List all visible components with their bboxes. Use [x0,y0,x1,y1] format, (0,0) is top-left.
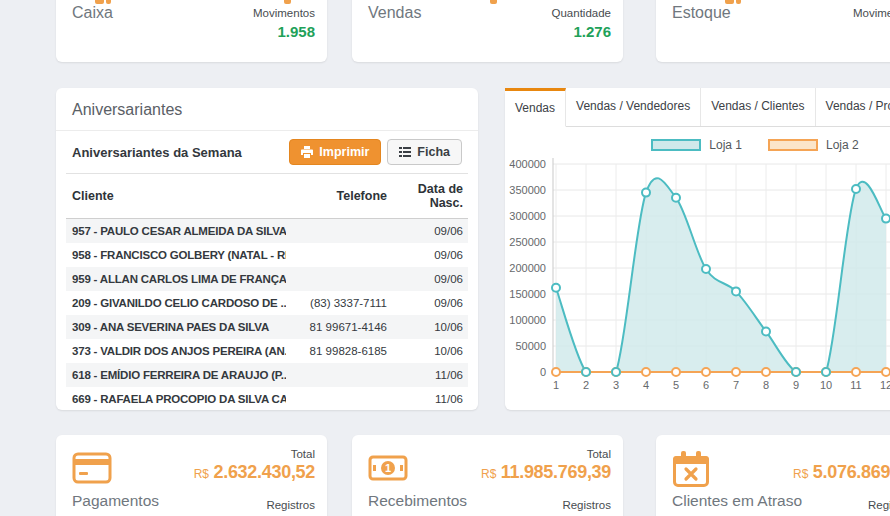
tab-vendas[interactable]: Vendas [505,88,566,127]
kpi-card-estoque: Estoque Movimentos [656,0,890,62]
cell-cliente: 309 - ANA SEVERINA PAES DA SILVA [66,315,286,339]
card-title: Estoque [672,4,731,22]
metric-label: Movimentos [853,7,890,19]
printer-icon [301,146,313,158]
value-fragment [106,0,111,4]
svg-text:4: 4 [643,379,649,391]
svg-text:5: 5 [673,379,679,391]
cell-nasc: 11/06 [387,363,468,387]
col-header-cliente: Cliente [66,174,286,219]
tab-vendas-vendedores[interactable]: Vendas / Vendedores [566,88,701,126]
cell-cliente: 618 - EMÍDIO FERREIRA DE ARAUJO (P... [66,363,286,387]
money-bill-icon: 1 [368,451,408,489]
cell-telefone [286,387,387,411]
svg-text:1: 1 [385,462,391,474]
sales-tabs: VendasVendas / VendedoresVendas / Client… [505,88,890,127]
cell-nasc: 11/06 [387,387,468,411]
cell-cliente: 669 - RAFAELA PROCOPIO DA SILVA CA... [66,387,286,411]
cell-telefone: 81 99671-4146 [286,315,387,339]
table-row: 957 - PAULO CESAR ALMEIDA DA SILVA09/06 [66,219,468,243]
tab-vendas-produtos[interactable]: Vendas / Produtos [816,88,890,126]
cell-telefone: (83) 3337-7111 [286,291,387,315]
credit-card-icon [72,451,112,489]
currency-symbol: R$ [481,467,496,481]
cell-nasc: 09/06 [387,243,468,267]
value-fragment [284,0,291,4]
registros-label: Registros [266,499,315,511]
kpi-card-pagamentos: Pagamentos Total R$ 2.632.430,52 Registr… [56,435,327,516]
total-label: Total [587,448,611,460]
metric-value: 1.276 [573,23,611,40]
legend-item-loja-1[interactable]: Loja 1 [651,138,742,152]
cell-telefone: 81 99828-6185 [286,339,387,363]
svg-text:2: 2 [583,379,589,391]
kpi-card-clientes-atraso: Clientes em Atraso R$ 5.076.869, Registr… [656,435,890,516]
value-fragment [95,0,104,4]
amount: 5.076.869, [813,462,890,482]
svg-text:8: 8 [763,379,769,391]
svg-text:11: 11 [850,379,861,391]
table-row: 958 - FRANCISCO GOLBERY (NATAL - RN)09/0… [66,243,468,267]
cell-cliente: 958 - FRANCISCO GOLBERY (NATAL - RN) [66,243,286,267]
legend-item-loja-2[interactable]: Loja 2 [768,138,859,152]
legend-label: Loja 1 [709,138,742,152]
print-button-label: Imprimir [319,145,369,159]
table-row: 209 - GIVANILDO CELIO CARDOSO DE ...(83)… [66,291,468,315]
registros-label: Registros [562,499,611,511]
print-button[interactable]: Imprimir [289,139,381,165]
cell-nasc: 10/06 [387,339,468,363]
dashboard-page: { "colors": { "accent_orange": "#ef9230"… [0,0,890,516]
table-row: 309 - ANA SEVERINA PAES DA SILVA81 99671… [66,315,468,339]
table-row: 618 - EMÍDIO FERREIRA DE ARAUJO (P...11/… [66,363,468,387]
table-row: 669 - RAFAELA PROCOPIO DA SILVA CA...11/… [66,387,468,411]
total-value: R$ 2.632.430,52 [194,462,315,483]
svg-text:10: 10 [820,379,832,391]
svg-text:3: 3 [613,379,619,391]
svg-text:250000: 250000 [509,236,546,248]
total-label: Total [291,448,315,460]
card-title: Pagamentos [72,492,159,510]
total-value: R$ 11.985.769,39 [481,462,611,483]
card-title: Vendas [368,4,421,22]
table-row: 959 - ALLAN CARLOS LIMA DE FRANÇA09/06 [66,267,468,291]
currency-symbol: R$ [194,467,209,481]
cell-nasc: 09/06 [387,219,468,243]
list-icon [399,146,411,158]
birthdays-panel: Aniversariantes Aniversariantes da Seman… [56,88,478,410]
value-fragment [736,0,741,4]
card-title: Recebimentos [368,492,467,510]
cell-telefone [286,267,387,291]
svg-text:400000: 400000 [509,158,546,170]
kpi-card-caixa: Caixa Movimentos 1.958 [56,0,327,62]
registros-label: Registros [868,499,890,511]
cell-cliente: 959 - ALLAN CARLOS LIMA DE FRANÇA [66,267,286,291]
svg-text:300000: 300000 [509,210,546,222]
cell-telefone [286,363,387,387]
card-title: Clientes em Atraso [672,492,802,510]
chart-legend: Loja 1Loja 2 [505,138,890,152]
toolbar-buttons: Imprimir Ficha [289,139,462,165]
table-row: 373 - VALDIR DOS ANJOS PEREIRA (AN...81 … [66,339,468,363]
birthdays-table-scroll-area[interactable]: 957 - PAULO CESAR ALMEIDA DA SILVA09/069… [56,219,478,413]
svg-text:7: 7 [733,379,739,391]
tab-vendas-clientes[interactable]: Vendas / Clientes [701,88,815,126]
kpi-card-vendas: Vendas Quantidade 1.276 [352,0,623,62]
cell-nasc: 10/06 [387,315,468,339]
cell-telefone [286,243,387,267]
amount: 2.632.430,52 [214,462,316,482]
calendar-xmark-icon [672,451,710,491]
ficha-button[interactable]: Ficha [387,139,462,165]
svg-text:0: 0 [540,366,546,378]
total-value: R$ 5.076.869, [793,462,890,483]
legend-swatch [651,139,701,151]
cell-telefone [286,219,387,243]
svg-text:9: 9 [793,379,799,391]
birthdays-table-body: 957 - PAULO CESAR ALMEIDA DA SILVA09/069… [66,219,468,411]
card-title: Caixa [72,4,113,22]
cell-cliente: 373 - VALDIR DOS ANJOS PEREIRA (AN... [66,339,286,363]
svg-text:200000: 200000 [509,262,546,274]
metric-value: 1.958 [277,23,315,40]
currency-symbol: R$ [793,467,808,481]
amount: 11.985.769,39 [501,462,611,482]
metric-label: Movimentos [253,7,315,19]
